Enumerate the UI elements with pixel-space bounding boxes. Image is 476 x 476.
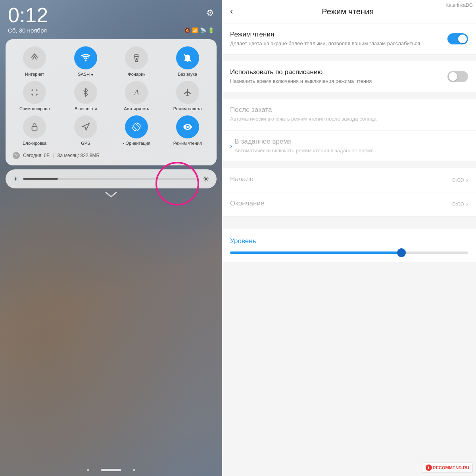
sunset-row: После заката Автоматически включать режи… <box>222 99 476 130</box>
lock-label: Блокировка <box>23 141 46 146</box>
settings-page-title: Режим чтения <box>239 7 456 16</box>
quick-settings-panel: Интернет SASH ◂ <box>6 39 217 165</box>
brightness-high-icon: ☀ <box>202 174 209 184</box>
end-time-title: Окончание <box>230 200 446 207</box>
nav-recents-dot[interactable] <box>133 469 135 471</box>
gps-button[interactable] <box>74 115 97 138</box>
end-time-arrow: › <box>466 201 468 207</box>
settings-content: Режим чтения Делает цвета на экране боле… <box>222 23 476 262</box>
level-slider-thumb <box>397 248 406 257</box>
level-section: Уровень <box>222 229 476 262</box>
lock-button[interactable] <box>23 115 46 138</box>
airplane-button[interactable] <box>176 81 199 104</box>
reading-mode-button[interactable] <box>176 115 199 138</box>
schedule-toggle-knob <box>449 72 457 81</box>
mute-icon: 🔕 <box>184 27 190 33</box>
time-display: 0:12 <box>8 5 48 25</box>
brightness-label: Автояркость <box>124 106 149 111</box>
schedule-row[interactable]: Использовать по расписанию Назначить вре… <box>222 61 476 92</box>
bluetooth-button[interactable] <box>74 81 97 104</box>
schedule-time-row: › В заданное время Автоматически включат… <box>222 131 476 162</box>
end-time-text: Окончание <box>230 200 452 209</box>
recommend-i-icon: i <box>426 464 432 471</box>
status-icons: 🔕 📶 📡 🔋 <box>184 27 214 33</box>
quick-item-silent[interactable]: Без звука <box>164 46 211 77</box>
data-footer: ? Сегодня: 0Б | За месяц: 822,8МБ <box>11 150 211 160</box>
quick-item-airplane[interactable]: Режим полета <box>164 81 211 111</box>
quick-item-wifi[interactable]: SASH ◂ <box>62 46 109 77</box>
watermark: KaterinkaDG <box>445 2 473 8</box>
reading-mode-desc: Делает цвета на экране более теплыми, по… <box>230 40 441 47</box>
silent-label: Без звука <box>178 72 197 77</box>
quick-grid: Интернет SASH ◂ <box>11 46 211 146</box>
quick-item-internet[interactable]: Интернет <box>11 46 58 77</box>
sunset-desc: Автоматически включать режим чтения посл… <box>230 115 462 123</box>
nav-home-pill[interactable] <box>101 469 121 471</box>
quick-item-bluetooth[interactable]: Bluetooth ◂ <box>62 81 109 111</box>
section-divider-1 <box>222 55 476 61</box>
schedule-title: Использовать по расписанию <box>230 68 441 76</box>
schedule-toggle[interactable] <box>447 71 468 82</box>
quick-item-gps[interactable]: GPS <box>62 115 109 146</box>
schedule-time-title: В заданное время <box>234 138 462 146</box>
bluetooth-label: Bluetooth ◂ <box>75 106 97 111</box>
sunset-text: После заката Автоматически включать режи… <box>230 106 468 123</box>
nav-back-dot[interactable] <box>87 469 89 471</box>
brightness-button[interactable]: A <box>125 81 148 104</box>
quick-item-screenshot[interactable]: Снимок экрана <box>11 81 58 111</box>
left-panel: 0:12 ⚙ Сб, 30 ноября 🔕 📶 📡 🔋 Интернет <box>0 0 222 476</box>
end-time-row: Окончание 0:00 › <box>222 192 476 217</box>
end-time-value: 0:00 › <box>452 201 468 207</box>
level-title: Уровень <box>230 237 468 245</box>
recommend-text: RECOMMEND.RU <box>433 465 469 470</box>
status-bar: 0:12 ⚙ <box>0 0 222 25</box>
wifi-button[interactable] <box>74 46 97 69</box>
reading-mode-toggle[interactable] <box>447 33 468 44</box>
start-time-title: Начало <box>230 175 446 183</box>
back-button[interactable]: ‹ <box>230 6 233 17</box>
bottom-nav <box>0 469 222 471</box>
section-divider-4 <box>222 217 476 223</box>
quick-item-flashlight[interactable]: Фонарик <box>113 46 160 77</box>
svg-point-0 <box>85 60 86 61</box>
airplane-label: Режим полета <box>173 106 202 111</box>
reading-mode-text: Режим чтения Делает цвета на экране боле… <box>230 31 447 47</box>
blue-chevron-icon: › <box>230 142 232 150</box>
date-text: Сб, 30 ноября <box>8 27 47 34</box>
start-time-text: Начало <box>230 175 452 185</box>
start-time-display: 0:00 <box>452 177 464 183</box>
internet-label: Интернет <box>25 72 44 77</box>
gear-icon[interactable]: ⚙ <box>206 8 214 18</box>
quick-item-orientation[interactable]: • Ориентация <box>113 115 160 146</box>
screenshot-button[interactable] <box>23 81 46 104</box>
quick-item-reading[interactable]: Режим чтения <box>164 115 211 146</box>
silent-button[interactable] <box>176 46 199 69</box>
quick-item-brightness[interactable]: A Автояркость <box>113 81 160 111</box>
orientation-button[interactable] <box>125 115 148 138</box>
level-slider-fill <box>230 251 401 254</box>
flashlight-button[interactable] <box>125 46 148 69</box>
collapse-arrow[interactable] <box>0 188 222 203</box>
reading-mode-title: Режим чтения <box>230 31 441 38</box>
level-slider-track[interactable] <box>230 251 468 254</box>
orientation-label: • Ориентация <box>123 141 150 146</box>
schedule-desc: Назначить время включения и выключения р… <box>230 78 441 85</box>
signal-icon: 📶 <box>192 27 198 33</box>
settings-header: ‹ Режим чтения <box>222 0 476 23</box>
internet-button[interactable] <box>23 46 46 69</box>
battery-icon: 🔋 <box>208 27 214 33</box>
reading-mode-row[interactable]: Режим чтения Делает цвета на экране боле… <box>222 23 476 55</box>
brightness-bar: ☀ ☀ <box>6 169 217 188</box>
toggle-knob <box>458 35 467 43</box>
section-divider-3 <box>222 162 476 168</box>
sunset-title: После заката <box>230 106 462 114</box>
svg-marker-12 <box>83 123 89 130</box>
quick-item-lock[interactable]: Блокировка <box>11 115 58 146</box>
question-icon: ? <box>13 152 20 159</box>
brightness-track[interactable] <box>23 178 198 180</box>
date-row: Сб, 30 ноября 🔕 📶 📡 🔋 <box>0 25 222 34</box>
brightness-low-icon: ☀ <box>13 175 18 183</box>
flashlight-label: Фонарик <box>128 72 145 77</box>
start-time-value: 0:00 › <box>452 177 468 183</box>
today-data: Сегодня: 0Б <box>23 153 50 158</box>
